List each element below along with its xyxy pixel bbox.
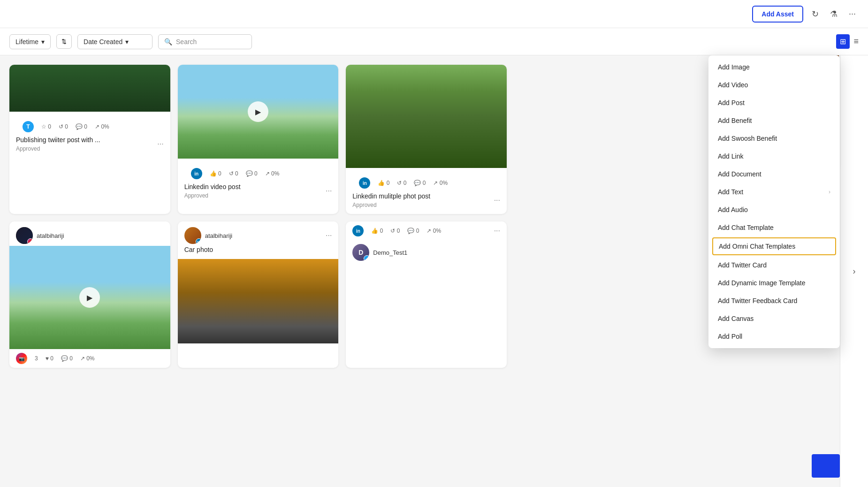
list-item[interactable]: Add Chat Template xyxy=(708,219,840,236)
add-video-label: Add Video xyxy=(718,81,748,89)
list-item[interactable]: Add Poll xyxy=(708,327,840,345)
search-icon: 🔍 xyxy=(164,38,172,46)
date-created-label: Date Created xyxy=(84,38,122,46)
list-item[interactable]: Add Document xyxy=(708,165,840,183)
add-dynamic-image-template-label: Add Dynamic Image Template xyxy=(718,279,806,287)
stats-row: 📷 3 ♥ 0 💬 0 ↗ 0% xyxy=(9,349,170,368)
card-title: Linkedin video post xyxy=(184,183,241,190)
stat-like: 👍 0 xyxy=(378,180,389,186)
card-title: Car photo xyxy=(178,246,339,257)
card-thumbnail xyxy=(178,259,339,343)
card-status: Approved xyxy=(16,145,100,152)
stat-percent: ↗ 0% xyxy=(80,355,95,362)
list-item[interactable]: Add Audio xyxy=(708,201,840,219)
username: atalbihariji xyxy=(37,232,64,239)
card-more-button[interactable]: ··· xyxy=(326,187,332,195)
card-thumbnail xyxy=(346,65,507,168)
card-footer: Linkedin video post Approved ··· xyxy=(184,183,332,199)
grid-view-button[interactable]: ⊞ xyxy=(836,34,850,49)
right-panel-arrow-button[interactable]: › xyxy=(853,266,856,276)
username: Demo_Test1 xyxy=(373,249,407,256)
stats-row: in 👍 0 ↺ 0 💬 0 ↗ 0% xyxy=(352,174,500,192)
play-button[interactable]: ▶ xyxy=(79,287,100,308)
stat-comment: 💬 0 xyxy=(76,123,87,130)
stat-share: ↺ 0 xyxy=(390,228,400,234)
stat-percent: ↗ 0% xyxy=(426,228,441,234)
add-link-label: Add Link xyxy=(718,152,743,160)
list-item[interactable]: Add Benefit xyxy=(708,112,840,129)
linkedin-badge: in xyxy=(196,238,201,244)
list-item[interactable]: Add Dynamic Image Template xyxy=(708,274,840,292)
list-item[interactable]: Add Link xyxy=(708,147,840,165)
card-status: Approved xyxy=(184,192,241,199)
list-item[interactable]: Add Canvas xyxy=(708,310,840,327)
stat-comment: 💬 0 xyxy=(246,170,258,177)
stat-star: ☆ 0 xyxy=(41,123,51,130)
linkedin-platform-icon: in xyxy=(359,177,370,189)
card-title: Publishing twiiter post with ... xyxy=(16,136,100,144)
add-twitter-card-label: Add Twitter Card xyxy=(718,261,767,269)
linkedin-platform-icon: in xyxy=(191,168,202,179)
filter-button[interactable]: ⚗ xyxy=(827,6,840,22)
instagram-badge xyxy=(27,238,33,244)
lifetime-label: Lifetime xyxy=(15,38,38,46)
card-thumbnail: ▶ xyxy=(9,246,170,349)
card-more-button[interactable]: ··· xyxy=(157,140,163,148)
stat-comment: 💬 0 xyxy=(407,228,419,234)
top-bar: Add Asset ↻ ⚗ ··· xyxy=(0,0,868,28)
list-item[interactable]: Add Text › xyxy=(708,183,840,201)
list-item[interactable]: Add Twitter Feedback Card xyxy=(708,292,840,310)
add-omni-chat-templates-label: Add Omni Chat Templates xyxy=(719,243,795,250)
content-area: T ☆ 0 ↺ 0 💬 0 ↗ 0% Publishing twiiter po… xyxy=(0,55,516,377)
list-view-button[interactable]: ≡ xyxy=(853,37,859,46)
twitter-platform-icon: T xyxy=(23,121,34,132)
card-footer: Publishing twiiter post with ... Approve… xyxy=(16,136,164,152)
date-created-selector[interactable]: Date Created ▾ xyxy=(77,34,152,49)
more-options-button[interactable]: ··· xyxy=(846,6,859,22)
stat-like: 👍 0 xyxy=(371,228,383,234)
search-placeholder: Search xyxy=(176,38,197,46)
add-audio-label: Add Audio xyxy=(718,206,748,213)
add-asset-button[interactable]: Add Asset xyxy=(752,6,803,23)
refresh-icon: ↻ xyxy=(812,9,819,19)
card-more-button[interactable]: ··· xyxy=(494,227,500,235)
chevron-down-icon: ▾ xyxy=(125,38,129,46)
list-item[interactable]: Add Video xyxy=(708,76,840,94)
list-item[interactable]: Add Image xyxy=(708,58,840,76)
instagram-platform-icon: 📷 xyxy=(16,353,27,364)
verified-badge: ✓ xyxy=(364,255,369,261)
stat-percent: ↗ 0% xyxy=(265,170,280,177)
add-image-label: Add Image xyxy=(718,63,750,71)
card-more-button[interactable]: ··· xyxy=(326,231,332,240)
list-item[interactable]: Add Post xyxy=(708,94,840,112)
filter-bar: Lifetime ▾ ⇅ Date Created ▾ 🔍 Search ⊞ ≡ xyxy=(0,28,868,55)
add-swoosh-benefit-label: Add Swoosh Benefit xyxy=(718,135,777,142)
chevron-right-icon: › xyxy=(829,189,830,195)
play-button[interactable]: ▶ xyxy=(248,101,268,122)
linkedin-platform-icon: in xyxy=(352,225,364,236)
list-icon: ≡ xyxy=(853,37,859,46)
stats-row: in 👍 0 ↺ 0 💬 0 ↗ 0% xyxy=(184,164,332,183)
add-chat-template-label: Add Chat Template xyxy=(718,224,774,231)
stat-share: ↺ 0 xyxy=(397,180,406,186)
search-box[interactable]: 🔍 Search xyxy=(158,34,252,49)
add-omni-chat-templates-item[interactable]: Add Omni Chat Templates xyxy=(712,237,836,255)
stat-share: ↗ 0% xyxy=(95,123,109,130)
avatar: D ✓ xyxy=(352,244,369,261)
add-twitter-feedback-card-label: Add Twitter Feedback Card xyxy=(718,297,797,304)
username: atalbihariji xyxy=(205,232,233,239)
add-asset-dropdown: Add Image Add Video Add Post Add Benefit… xyxy=(708,55,840,348)
card-body: T ☆ 0 ↺ 0 💬 0 ↗ 0% Publishing twiiter po… xyxy=(9,112,170,158)
list-item[interactable]: Add Swoosh Benefit xyxy=(708,129,840,147)
table-row: atalbihariji ▶ 📷 3 ♥ 0 💬 0 ↗ 0% xyxy=(9,221,170,368)
card-body: in 👍 0 ↺ 0 💬 0 ↗ 0% Linkedin mulitple ph… xyxy=(346,168,507,214)
lifetime-selector[interactable]: Lifetime ▾ xyxy=(9,34,51,49)
card-more-button[interactable]: ··· xyxy=(494,196,500,205)
card-thumbnail: ▶ xyxy=(178,65,339,159)
user-row: atalbihariji xyxy=(9,221,170,246)
stat-count: 3 xyxy=(35,355,38,362)
refresh-button[interactable]: ↻ xyxy=(809,6,822,22)
card-footer: Linkedin mulitple phot post Approved ··· xyxy=(352,192,500,208)
sort-button[interactable]: ⇅ xyxy=(56,34,72,49)
list-item[interactable]: Add Twitter Card xyxy=(708,256,840,274)
